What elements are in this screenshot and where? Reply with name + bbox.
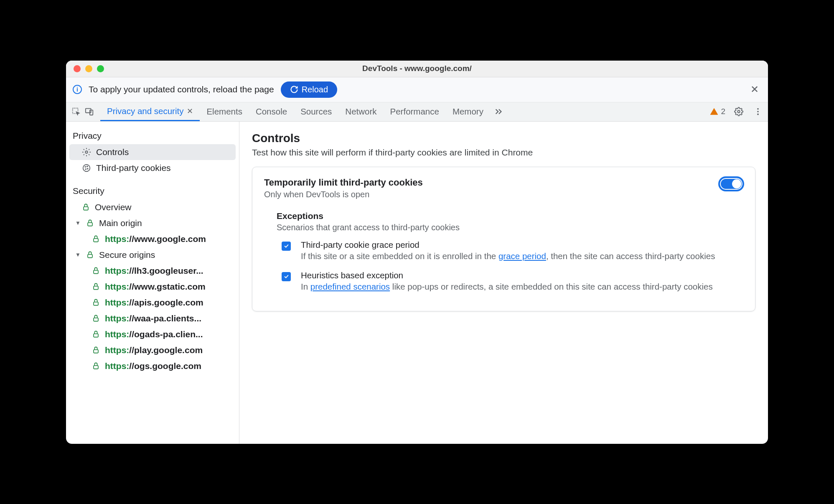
origin-url: https://lh3.googleuser...: [105, 266, 203, 276]
lock-icon: [86, 219, 94, 227]
sidebar-item-label: Third-party cookies: [96, 163, 171, 173]
sidebar-item-main-origin[interactable]: ▼ Main origin: [69, 215, 236, 231]
tab-memory[interactable]: Memory: [446, 102, 490, 121]
sidebar-section-privacy: Privacy: [66, 127, 239, 144]
sidebar-origin-item[interactable]: https://ogads-pa.clien...: [69, 326, 236, 342]
tabstrip-right: 2: [710, 106, 764, 117]
reload-icon: [290, 85, 298, 94]
content: Privacy Controls Third-party cookies Sec…: [66, 122, 768, 444]
lock-icon: [92, 283, 100, 290]
exceptions-section: Exceptions Scenarios that grant access t…: [264, 211, 743, 292]
exception-description: In predefined scenarios like pop-ups or …: [301, 282, 713, 292]
sidebar-section-security: Security: [66, 183, 239, 199]
svg-rect-19: [94, 302, 98, 305]
warnings-count: 2: [721, 107, 725, 116]
warning-icon: [710, 107, 718, 116]
settings-icon[interactable]: [733, 106, 745, 117]
tab-sources[interactable]: Sources: [294, 102, 338, 121]
sidebar-origin-item[interactable]: https://ogs.google.com: [69, 358, 236, 374]
titlebar: DevTools - www.google.com/: [66, 61, 768, 77]
maximize-window-button[interactable]: [97, 65, 104, 72]
device-toggle-icon[interactable]: [84, 106, 95, 117]
tab-close-button[interactable]: ✕: [187, 107, 193, 116]
exceptions-subheading: Scenarios that grant access to third-par…: [277, 223, 743, 232]
exception-item: Third-party cookie grace periodIf this s…: [277, 240, 743, 261]
cookie-icon: [82, 163, 91, 173]
card-subtitle: Only when DevTools is open: [264, 190, 423, 199]
tab-label: Performance: [390, 107, 439, 117]
svg-rect-13: [84, 207, 88, 210]
reload-button-label: Reload: [302, 85, 328, 94]
more-tabs-icon[interactable]: [493, 106, 504, 117]
sidebar-origin-item[interactable]: https://www.gstatic.com: [69, 279, 236, 295]
svg-point-4: [757, 108, 759, 110]
tab-label: Memory: [453, 107, 483, 117]
tabstrip: Privacy and security ✕ Elements Console …: [66, 102, 768, 122]
sidebar-item-controls[interactable]: Controls: [69, 144, 236, 160]
svg-rect-21: [94, 334, 98, 337]
exception-link[interactable]: predefined scenarios: [310, 282, 390, 291]
sidebar-origin-item[interactable]: https://lh3.googleuser...: [69, 263, 236, 279]
window-title: DevTools - www.google.com/: [66, 64, 768, 73]
sidebar-item-secure-origins[interactable]: ▼ Secure origins: [69, 247, 236, 263]
sidebar-origin-item[interactable]: https://apis.google.com: [69, 295, 236, 311]
svg-point-9: [85, 166, 86, 167]
tab-label: Privacy and security: [107, 106, 183, 116]
gear-icon: [82, 148, 91, 157]
limit-cookies-toggle[interactable]: [719, 177, 743, 191]
tab-elements[interactable]: Elements: [200, 102, 249, 121]
exception-link[interactable]: grace period: [498, 251, 546, 261]
origin-url: https://www.gstatic.com: [105, 282, 206, 292]
close-window-button[interactable]: [74, 65, 81, 72]
lock-icon: [92, 362, 100, 370]
chevron-down-icon: ▼: [75, 220, 81, 226]
exception-checkbox[interactable]: [282, 242, 291, 251]
sidebar-origin-item[interactable]: https://waa-pa.clients...: [69, 311, 236, 326]
lock-icon: [92, 298, 100, 306]
lock-icon: [92, 235, 100, 243]
limit-cookies-card: Temporarily limit third-party cookies On…: [252, 167, 755, 311]
tab-network[interactable]: Network: [338, 102, 383, 121]
svg-rect-14: [88, 223, 92, 226]
sidebar-item-label: Secure origins: [99, 250, 155, 260]
lock-icon: [92, 267, 100, 275]
minimize-window-button[interactable]: [85, 65, 92, 72]
sidebar-origin-item[interactable]: https://www.google.com: [69, 231, 236, 247]
tab-performance[interactable]: Performance: [384, 102, 446, 121]
tab-console[interactable]: Console: [249, 102, 294, 121]
infobar-text: To apply your updated controls, reload t…: [89, 84, 274, 94]
page-subtitle: Test how this site will perform if third…: [252, 148, 755, 158]
origin-url: https://play.google.com: [105, 345, 203, 355]
info-icon: i: [73, 85, 82, 94]
sidebar-item-third-party-cookies[interactable]: Third-party cookies: [69, 160, 236, 176]
svg-point-7: [85, 151, 88, 153]
traffic-lights: [66, 65, 104, 72]
svg-point-6: [757, 114, 759, 115]
svg-point-10: [87, 166, 88, 167]
page-title: Controls: [252, 132, 755, 145]
inspect-icon[interactable]: [70, 106, 82, 117]
sidebar-item-label: Main origin: [99, 218, 142, 228]
svg-point-5: [757, 111, 759, 112]
devtools-window: DevTools - www.google.com/ i To apply yo…: [66, 61, 768, 444]
sidebar-origin-item[interactable]: https://play.google.com: [69, 342, 236, 358]
origin-url: https://waa-pa.clients...: [105, 313, 201, 323]
reload-button[interactable]: Reload: [281, 81, 337, 98]
tabs: Privacy and security ✕ Elements Console …: [100, 102, 504, 121]
exception-description: If this site or a site embedded on it is…: [301, 251, 715, 261]
kebab-menu-icon[interactable]: [752, 106, 764, 117]
exception-title: Third-party cookie grace period: [301, 240, 715, 250]
lock-icon: [86, 251, 94, 259]
tab-privacy-and-security[interactable]: Privacy and security ✕: [100, 102, 200, 121]
infobar-close-button[interactable]: ✕: [748, 84, 761, 95]
sidebar-item-overview[interactable]: Overview: [69, 199, 236, 215]
svg-rect-22: [94, 350, 98, 353]
sidebar-item-label: Controls: [96, 147, 129, 157]
svg-rect-17: [94, 270, 98, 274]
exception-checkbox[interactable]: [282, 272, 291, 281]
exceptions-heading: Exceptions: [277, 211, 743, 221]
lock-icon: [92, 330, 100, 338]
origin-url: https://ogads-pa.clien...: [105, 329, 203, 339]
sidebar-item-label: Overview: [95, 202, 132, 212]
warnings-badge[interactable]: 2: [710, 107, 725, 116]
